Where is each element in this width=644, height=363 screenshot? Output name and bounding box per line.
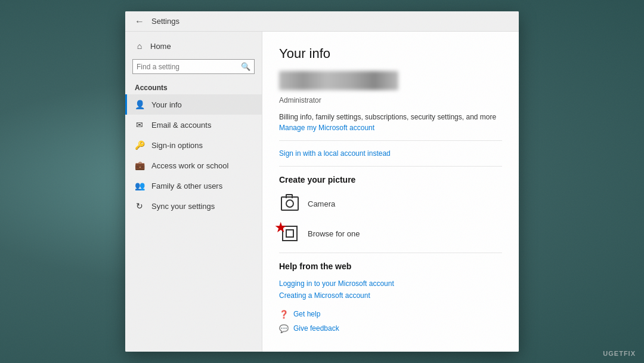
settings-window: ← Settings ⌂ Home 🔍 Accounts 👤 Your info (125, 11, 519, 352)
email-icon: ✉ (135, 120, 144, 130)
camera-label: Camera (308, 199, 335, 208)
divider-1 (279, 140, 502, 141)
briefcase-icon: 💼 (135, 161, 144, 170)
billing-description: Billing info, family settings, subscript… (279, 113, 502, 121)
home-icon: ⌂ (135, 41, 144, 51)
create-picture-title: Create your picture (279, 175, 502, 184)
family-icon: 👥 (135, 181, 144, 190)
give-feedback-label: Give feedback (293, 324, 339, 333)
back-button[interactable]: ← (131, 13, 148, 30)
feedback-icon: 💬 (279, 324, 289, 333)
give-feedback-link[interactable]: 💬 Give feedback (279, 324, 502, 333)
sidebar: ⌂ Home 🔍 Accounts 👤 Your info ✉ Email & … (125, 32, 262, 352)
watermark: UGETFIX (603, 350, 636, 357)
nav-label-signin: Sign-in options (151, 141, 203, 150)
nav-label-sync: Sync your settings (151, 202, 215, 211)
key-icon: 🔑 (135, 140, 144, 150)
get-help-label: Get help (293, 310, 320, 318)
accounts-heading: Accounts (125, 78, 262, 94)
help-section: Help from the web Logging in to your Mic… (279, 262, 502, 300)
sidebar-item-your-info[interactable]: 👤 Your info (125, 94, 262, 115)
manage-account-link[interactable]: Manage my Microsoft account (279, 124, 502, 132)
question-icon: ❓ (279, 309, 289, 319)
get-help-link[interactable]: ❓ Get help (279, 309, 502, 319)
browse-icon (282, 226, 298, 241)
browse-icon-container: ★ (279, 223, 301, 244)
user-role: Administrator (279, 96, 502, 104)
search-input[interactable] (137, 63, 239, 71)
sidebar-item-sync-settings[interactable]: ↻ Sync your settings (125, 196, 262, 216)
browse-label: Browse for one (308, 229, 360, 238)
divider-2 (279, 166, 502, 167)
sidebar-item-home[interactable]: ⌂ Home (125, 36, 262, 56)
user-avatar (279, 71, 398, 90)
nav-label-work: Access work or school (151, 161, 228, 170)
local-account-link[interactable]: Sign in with a local account instead (279, 149, 502, 158)
window-title: Settings (151, 17, 179, 26)
divider-3 (279, 253, 502, 253)
title-bar: ← Settings (125, 11, 519, 32)
sidebar-item-access-work[interactable]: 💼 Access work or school (125, 155, 262, 176)
nav-label-your-info: Your info (151, 100, 182, 109)
search-box[interactable]: 🔍 (132, 59, 255, 74)
help-title: Help from the web (279, 262, 502, 271)
person-icon: 👤 (135, 100, 144, 109)
home-label: Home (150, 42, 171, 51)
nav-label-family: Family & other users (151, 182, 222, 190)
browse-option[interactable]: ★ Browse for one (279, 223, 502, 244)
sidebar-item-family-users[interactable]: 👥 Family & other users (125, 176, 262, 196)
main-content: Your info Administrator Billing info, fa… (262, 32, 519, 352)
sync-icon: ↻ (135, 201, 144, 211)
help-link-create[interactable]: Creating a Microsoft account (279, 291, 502, 300)
camera-option[interactable]: Camera (279, 193, 502, 214)
help-link-login[interactable]: Logging in to your Microsoft account (279, 279, 502, 288)
camera-icon-container (279, 193, 301, 214)
camera-icon (281, 196, 299, 211)
bottom-links: ❓ Get help 💬 Give feedback (279, 309, 502, 333)
page-title: Your info (279, 46, 502, 61)
search-icon[interactable]: 🔍 (241, 62, 250, 71)
window-content: ⌂ Home 🔍 Accounts 👤 Your info ✉ Email & … (125, 32, 519, 352)
sidebar-item-sign-in-options[interactable]: 🔑 Sign-in options (125, 135, 262, 155)
sidebar-item-email-accounts[interactable]: ✉ Email & accounts (125, 115, 262, 135)
nav-label-email: Email & accounts (151, 121, 211, 130)
